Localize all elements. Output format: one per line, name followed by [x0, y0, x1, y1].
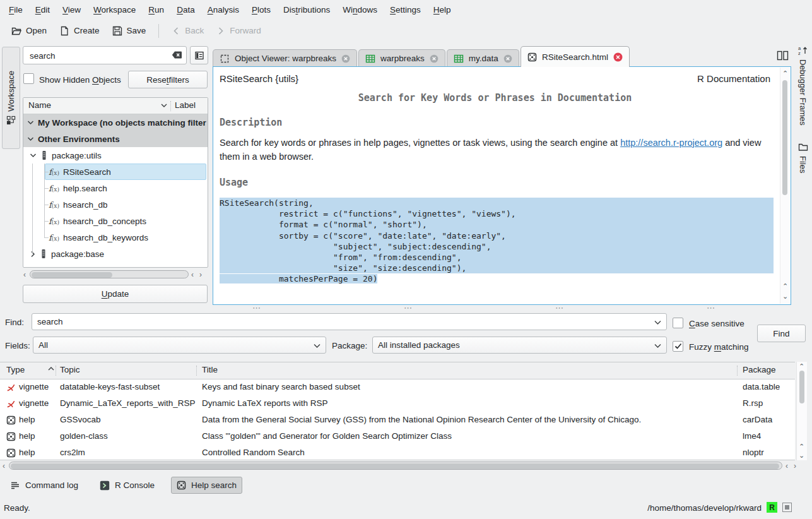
- doc-tab-object-viewer-warpbreaks[interactable]: Object Viewer: warpbreaks: [213, 49, 357, 67]
- find-button[interactable]: Find: [757, 325, 806, 342]
- splitter-handle[interactable]: ⋯: [555, 307, 563, 309]
- menu-run[interactable]: Run: [142, 2, 170, 18]
- package-combobox[interactable]: All installed packages: [372, 337, 667, 354]
- doc-tab-warpbreaks[interactable]: warpbreaks: [358, 49, 445, 67]
- column-header-type[interactable]: Type: [6, 365, 25, 374]
- column-header-package[interactable]: Package: [743, 365, 776, 374]
- menu-plots[interactable]: Plots: [245, 2, 277, 18]
- splitter-handle[interactable]: ⋯: [252, 307, 261, 309]
- menu-file[interactable]: File: [3, 2, 29, 18]
- help-document-content[interactable]: RSiteSearch {utils} R Documentation Sear…: [213, 67, 780, 304]
- fuzzy-matching-checkbox[interactable]: [673, 341, 683, 352]
- results-hscrollbar-thumb[interactable]: [11, 463, 779, 469]
- save-button-label: Save: [127, 26, 146, 35]
- menu-data[interactable]: Data: [170, 2, 201, 18]
- tree-item-package-base[interactable]: package:base: [23, 246, 208, 262]
- scroll-right-icon[interactable]: ›: [794, 462, 796, 470]
- scroll-left-icon[interactable]: ‹: [191, 271, 194, 279]
- side-tab-files[interactable]: Files: [794, 142, 812, 173]
- close-tab-icon[interactable]: [341, 54, 350, 63]
- result-row-gssvocab[interactable]: helpGSSvocabData from the General Social…: [0, 412, 795, 429]
- splitter-handle[interactable]: ⋯: [707, 307, 715, 309]
- case-sensitive-checkbox[interactable]: [673, 318, 683, 328]
- side-tab-debugger-frames[interactable]: azDebugger Frames: [794, 45, 812, 126]
- tool-tab-r-console[interactable]: R Console: [95, 477, 160, 494]
- tree-item-help-search[interactable]: f(x)help.search: [23, 180, 208, 196]
- column-header-title[interactable]: Title: [202, 365, 218, 374]
- scroll-left-icon[interactable]: ‹: [23, 271, 26, 279]
- scroll-down-icon[interactable]: ⌄: [780, 293, 790, 300]
- create-button[interactable]: Create: [53, 23, 106, 39]
- result-row-golden-class[interactable]: helpgolden-classClass '"golden"' and Gen…: [0, 429, 795, 445]
- tree-item-hsearch-db[interactable]: f(x)hsearch_db: [23, 196, 208, 213]
- tree-item-my-workspace-no-objects-matchi[interactable]: My Workspace (no objects matching filter: [23, 114, 208, 131]
- result-row-crs2lm[interactable]: helpcrs2lmControlled Random Searchnloptr: [0, 445, 795, 460]
- result-row-datatable-keys-fast-subset[interactable]: vignettedatatable-keys-fast-subsetKeys a…: [0, 379, 795, 396]
- results-hscrollbar[interactable]: ‹ ‹ ›: [1, 462, 811, 471]
- tool-tab-help-search[interactable]: Help search: [171, 477, 242, 494]
- column-separator[interactable]: [737, 366, 738, 376]
- tree-item-hsearch-db-keywords[interactable]: f(x)hsearch_db_keywords: [23, 229, 208, 246]
- find-combobox[interactable]: search: [32, 313, 667, 330]
- tree-item-hsearch-db-concepts[interactable]: f(x)hsearch_db_concepts: [23, 213, 208, 229]
- results-vscrollbar-thumb[interactable]: [799, 371, 804, 403]
- column-header-topic[interactable]: Topic: [60, 365, 80, 374]
- scroll-up-icon[interactable]: ⌃: [797, 443, 806, 450]
- clear-search-icon[interactable]: [172, 51, 182, 59]
- menu-analysis[interactable]: Analysis: [201, 2, 245, 18]
- scroll-up-icon[interactable]: ⌃: [797, 363, 806, 370]
- workspace-side-tab[interactable]: Workspace: [2, 47, 20, 149]
- doc-tab-rsitesearch-html[interactable]: RSiteSearch.html: [521, 46, 630, 67]
- scroll-left-icon[interactable]: ‹: [3, 462, 5, 470]
- tree-item-rsitesearch[interactable]: f(x)RSiteSearch: [23, 164, 208, 180]
- menu-help[interactable]: Help: [427, 2, 457, 18]
- column-separator[interactable]: [170, 101, 171, 111]
- usage-code-block[interactable]: RSiteSearch(string, restrict = c("functi…: [220, 198, 770, 285]
- tree-hscrollbar[interactable]: [30, 270, 189, 278]
- menu-view[interactable]: View: [56, 2, 87, 18]
- splitter-handle[interactable]: ⋯: [404, 307, 412, 309]
- close-tab-icon[interactable]: [613, 52, 623, 62]
- menu-workspace[interactable]: Workspace: [87, 2, 142, 18]
- column-separator[interactable]: [196, 366, 197, 376]
- scroll-right-icon[interactable]: ›: [199, 271, 202, 279]
- chevron-down-icon[interactable]: [161, 103, 167, 108]
- menu-settings[interactable]: Settings: [384, 2, 427, 18]
- scroll-down-icon[interactable]: ⌄: [797, 452, 806, 459]
- reset-filters-button[interactable]: Reset filters: [128, 71, 208, 88]
- interrupt-command-button[interactable]: [782, 503, 792, 512]
- doc-vscrollbar[interactable]: ⌃ ⌃ ⌄: [780, 68, 790, 304]
- tree-hscrollbar-thumb[interactable]: [32, 272, 112, 278]
- tree-column-label[interactable]: Label: [175, 100, 196, 110]
- tree-item-label: hsearch_db_concepts: [63, 217, 146, 226]
- tool-tab-command-log[interactable]: Command log: [5, 477, 83, 494]
- show-hidden-objects-checkbox[interactable]: [23, 73, 34, 84]
- close-tab-icon[interactable]: [503, 54, 512, 63]
- column-separator[interactable]: [56, 366, 56, 376]
- back-button[interactable]: Back: [165, 23, 210, 39]
- object-filter-input[interactable]: [28, 47, 167, 64]
- menu-edit[interactable]: Edit: [29, 2, 56, 18]
- scroll-up-icon[interactable]: ⌃: [780, 70, 790, 77]
- update-button[interactable]: Update: [23, 285, 208, 303]
- save-button[interactable]: Save: [106, 23, 153, 39]
- fields-combobox[interactable]: All: [33, 337, 326, 354]
- scroll-up-icon[interactable]: ⌃: [780, 283, 790, 290]
- forward-button[interactable]: Forward: [210, 23, 268, 39]
- results-vscrollbar[interactable]: ⌃ ⌃ ⌄: [796, 362, 807, 460]
- scroll-left-icon[interactable]: ‹: [786, 462, 788, 470]
- open-button[interactable]: Open: [5, 23, 53, 39]
- split-view-icon[interactable]: [777, 50, 789, 61]
- tree-column-name[interactable]: Name: [28, 100, 51, 110]
- filter-settings-button[interactable]: [190, 46, 208, 64]
- close-tab-icon[interactable]: [430, 54, 438, 63]
- menu-windows[interactable]: Windows: [336, 2, 384, 18]
- search-r-project-link[interactable]: http://search.r-project.org: [620, 138, 722, 148]
- result-row-dynamic-latex-reports-with-rsp[interactable]: vignetteDynamic_LaTeX_reports_with_RSPDy…: [0, 396, 795, 412]
- tree-item-package-utils[interactable]: package:utils: [23, 147, 208, 164]
- doc-vscrollbar-thumb[interactable]: [782, 80, 787, 195]
- folder-open-icon: [11, 26, 21, 36]
- doc-tab-my-data[interactable]: my.data: [447, 49, 519, 67]
- tree-item-other-environments[interactable]: Other Environments: [23, 131, 208, 147]
- menu-distributions[interactable]: Distributions: [277, 2, 336, 18]
